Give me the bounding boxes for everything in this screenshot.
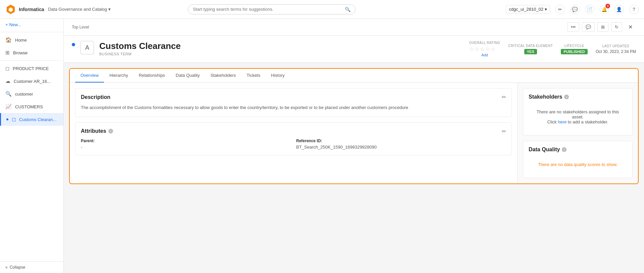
stakeholders-header: Stakeholders i bbox=[529, 94, 627, 100]
data-quality-info-icon[interactable]: i bbox=[562, 147, 567, 152]
user-icon[interactable]: 👤 bbox=[614, 5, 624, 14]
new-button[interactable]: + New... bbox=[0, 19, 63, 31]
search-icon: 🔍 bbox=[345, 7, 351, 12]
browse-icon: ⊞ bbox=[5, 50, 10, 56]
left-column: Description ✏ The accomplishment of the … bbox=[70, 83, 517, 183]
environment-selector[interactable]: cdgc_ui_2810_02 ▾ bbox=[506, 5, 550, 13]
tab-stakeholders[interactable]: Stakeholders bbox=[205, 69, 241, 83]
rating-stars[interactable]: ☆ ☆ ☆ ☆ ☆ bbox=[469, 46, 500, 52]
sidebar-item-product-price[interactable]: ◻ PRODUCT PRICE bbox=[0, 62, 63, 75]
asset-type-label: BUSINESS TERM bbox=[99, 52, 464, 56]
comment-button[interactable]: 💬 bbox=[582, 22, 595, 32]
app-subtitle[interactable]: Data Governance and Catalog ▾ bbox=[48, 7, 111, 12]
help-icon[interactable]: ? bbox=[629, 5, 639, 14]
critical-data-block: CRITICAL DATA ELEMENT YES bbox=[508, 44, 553, 54]
product-price-icon: ◻ bbox=[5, 65, 9, 71]
nav-right-actions: cdgc_ui_2810_02 ▾ ✏ 💬 📄 🔔 9 👤 ? bbox=[506, 5, 639, 14]
asset-active-dot bbox=[72, 43, 75, 46]
right-column: Stakeholders i There are no stakeholders… bbox=[517, 83, 638, 183]
messages-icon[interactable]: 💬 bbox=[570, 5, 580, 14]
notification-badge: 9 bbox=[605, 4, 610, 8]
search-input[interactable] bbox=[193, 7, 345, 12]
collapse-button[interactable]: « Collapse bbox=[0, 261, 63, 273]
home-icon: 🏠 bbox=[5, 37, 12, 43]
app-layout: + New... 🏠 Home ⊞ Browse ◻ PRODUCT PRICE… bbox=[0, 0, 644, 273]
stakeholders-section: Stakeholders i There are no stakeholders… bbox=[523, 88, 633, 135]
main-content: Top Level ••• 💬 ⊞ ↻ ✕ A Customs Clearanc… bbox=[64, 19, 644, 273]
tab-bar: Overview Hierarchy Relationships Data Qu… bbox=[70, 69, 638, 83]
notifications-icon[interactable]: 🔔 9 bbox=[600, 5, 609, 14]
reference-id-attribute: Reference ID: BT_Search_250K_1590_169832… bbox=[296, 139, 506, 150]
tab-history[interactable]: History bbox=[266, 69, 290, 83]
sidebar-item-home[interactable]: 🏠 Home bbox=[0, 34, 63, 46]
active-dot bbox=[6, 118, 8, 120]
logo[interactable]: Informatica bbox=[5, 4, 44, 15]
description-text: The accomplishment of the Customs formal… bbox=[81, 104, 506, 111]
sidebar: + New... 🏠 Home ⊞ Browse ◻ PRODUCT PRICE… bbox=[0, 19, 64, 273]
parent-attribute: Parent: - bbox=[81, 139, 291, 150]
content-header: Top Level ••• 💬 ⊞ ↻ ✕ bbox=[64, 19, 644, 36]
last-updated-block: LAST UPDATED Oct 30, 2023, 2:34 PM bbox=[596, 44, 636, 54]
lifecycle-block: LIFECYCLE PUBLISHED bbox=[561, 44, 588, 54]
tab-relationships[interactable]: Relationships bbox=[133, 69, 170, 83]
add-rating-link[interactable]: Add bbox=[469, 53, 500, 57]
tab-tickets[interactable]: Tickets bbox=[241, 69, 266, 83]
sidebar-item-customers[interactable]: 📈 CUSTOMERS bbox=[0, 100, 63, 113]
asset-title-block: Customs Clearance BUSINESS TERM bbox=[99, 41, 464, 56]
reference-id-label: Reference ID: bbox=[296, 139, 506, 143]
tab-overview[interactable]: Overview bbox=[75, 69, 104, 83]
customers-icon: 📈 bbox=[5, 104, 12, 110]
stakeholders-title: Stakeholders i bbox=[529, 94, 569, 100]
last-updated-value: Oct 30, 2023, 2:34 PM bbox=[596, 49, 636, 54]
attributes-info-icon[interactable]: i bbox=[108, 129, 113, 133]
attributes-edit-icon[interactable]: ✏ bbox=[502, 128, 506, 134]
overall-rating-block: OVERALL RATING ☆ ☆ ☆ ☆ ☆ Add bbox=[469, 41, 500, 57]
customer-ar-icon: ☁ bbox=[5, 78, 10, 84]
attributes-title: Attributes i bbox=[81, 128, 113, 134]
table-view-button[interactable]: ⊞ bbox=[597, 22, 608, 32]
tab-data-quality[interactable]: Data Quality bbox=[170, 69, 205, 83]
header-actions: ••• 💬 ⊞ ↻ ✕ bbox=[567, 22, 636, 32]
sidebar-item-customer[interactable]: 🔍 customer bbox=[0, 88, 63, 100]
asset-type-icon: A bbox=[80, 41, 94, 54]
description-header: Description ✏ bbox=[81, 94, 506, 100]
data-quality-header: Data Quality i bbox=[529, 147, 627, 153]
refresh-button[interactable]: ↻ bbox=[611, 22, 622, 32]
breadcrumb: Top Level bbox=[72, 25, 89, 30]
more-options-button[interactable]: ••• bbox=[567, 22, 579, 32]
description-edit-icon[interactable]: ✏ bbox=[502, 94, 506, 100]
reference-id-value: BT_Search_250K_1590_1698329928090 bbox=[296, 145, 506, 150]
data-quality-title: Data Quality i bbox=[529, 147, 567, 153]
attributes-grid: Parent: - Reference ID: BT_Search_250K_1… bbox=[81, 139, 506, 150]
overview-grid: Description ✏ The accomplishment of the … bbox=[70, 83, 638, 183]
top-navigation: Informatica Data Governance and Catalog … bbox=[0, 0, 644, 19]
customer-icon: 🔍 bbox=[5, 91, 12, 97]
customs-clearance-icon: ◻ bbox=[12, 116, 16, 122]
description-title: Description bbox=[81, 94, 110, 100]
global-search-bar[interactable]: 🔍 bbox=[188, 4, 356, 14]
parent-value: - bbox=[81, 145, 291, 150]
attributes-header: Attributes i ✏ bbox=[81, 128, 506, 134]
data-quality-section: Data Quality i There are no data quality… bbox=[523, 141, 633, 178]
add-stakeholder-link[interactable]: here bbox=[558, 119, 567, 124]
sidebar-item-customer-ar[interactable]: ☁ Customer AR_16... bbox=[0, 75, 63, 88]
edit-nav-icon[interactable]: ✏ bbox=[555, 5, 565, 14]
asset-header: A Customs Clearance BUSINESS TERM OVERAL… bbox=[64, 36, 644, 63]
asset-metadata: OVERALL RATING ☆ ☆ ☆ ☆ ☆ Add CRITICAL DA… bbox=[469, 41, 636, 57]
asset-detail-card: Overview Hierarchy Relationships Data Qu… bbox=[69, 68, 639, 184]
sidebar-item-customs-clearance[interactable]: ◻ Customs Clearan... bbox=[0, 113, 63, 126]
lifecycle-badge: PUBLISHED bbox=[561, 49, 588, 54]
data-quality-message: There are no data quality scores to show… bbox=[529, 157, 627, 172]
description-section: Description ✏ The accomplishment of the … bbox=[75, 88, 512, 117]
parent-label: Parent: bbox=[81, 139, 291, 143]
logo-text: Informatica bbox=[19, 7, 44, 12]
critical-data-badge: YES bbox=[524, 49, 537, 54]
docs-icon[interactable]: 📄 bbox=[585, 5, 594, 14]
sidebar-item-browse[interactable]: ⊞ Browse bbox=[0, 46, 63, 59]
close-button[interactable]: ✕ bbox=[625, 22, 636, 32]
stakeholders-info-icon[interactable]: i bbox=[564, 95, 569, 99]
informatica-logo-icon bbox=[5, 4, 16, 15]
stakeholders-message: There are no stakeholders assigned to th… bbox=[529, 104, 627, 130]
tab-hierarchy[interactable]: Hierarchy bbox=[104, 69, 133, 83]
attributes-section: Attributes i ✏ Parent: - Reference I bbox=[75, 122, 512, 155]
